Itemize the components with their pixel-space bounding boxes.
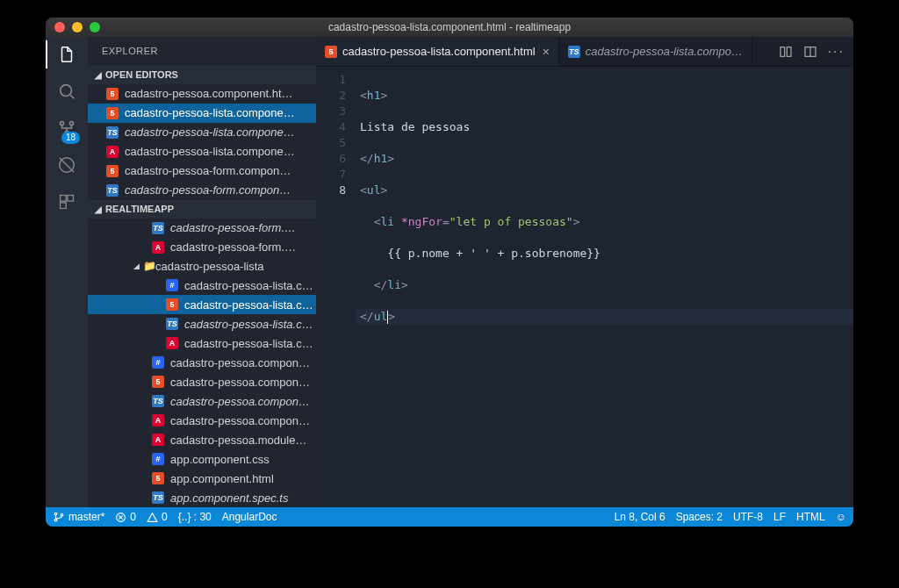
file-label: cadastro-pessoa.compon… xyxy=(170,414,310,427)
minimize-icon[interactable] xyxy=(72,22,83,32)
file-item[interactable]: A cadastro-pessoa-lista.compone… xyxy=(88,142,316,161)
file-label: cadastro-pessoa-lista.c… xyxy=(184,279,313,292)
svg-rect-6 xyxy=(68,196,74,202)
code-content[interactable]: <h1> Lista de pessoas </h1> <ul> <li *ng… xyxy=(356,67,853,507)
maximize-icon[interactable] xyxy=(90,22,100,32)
file-item[interactable]: TS app.component.spec.ts xyxy=(88,488,316,507)
ng-file-icon: A xyxy=(152,241,164,254)
main-area: 18 EXPLORER ◢ OPEN EDITORS 5 cadastro-pe… xyxy=(46,37,853,507)
css-file-icon: # xyxy=(166,279,178,291)
file-item[interactable]: TS cadastro-pessoa-lista.compone… xyxy=(88,123,316,142)
file-item[interactable]: 5 cadastro-pessoa.component.ht… xyxy=(88,84,316,104)
close-icon[interactable] xyxy=(54,22,65,32)
html-file-icon: 5 xyxy=(106,107,119,119)
file-item[interactable]: 5 cadastro-pessoa.compon… xyxy=(88,372,316,391)
git-branch[interactable]: master* xyxy=(53,511,104,523)
window-title: cadastro-pessoa-lista.component.html - r… xyxy=(46,21,853,33)
file-item[interactable]: # app.component.css xyxy=(88,449,316,469)
file-item[interactable]: A cadastro-pessoa-form.… xyxy=(88,238,316,257)
file-item[interactable]: TS cadastro-pessoa-form.… xyxy=(88,219,316,238)
svg-point-11 xyxy=(54,513,57,515)
cursor-position[interactable]: Ln 8, Col 6 xyxy=(615,511,665,523)
css-file-icon: # xyxy=(152,453,164,465)
file-tree-after: # cadastro-pessoa.compon… 5 cadastro-pes… xyxy=(88,353,316,507)
file-tree-before: TS cadastro-pessoa-form.… A cadastro-pes… xyxy=(88,219,316,257)
tab-inactive[interactable]: TS cadastro-pessoa-lista.compo… xyxy=(559,37,752,66)
line-gutter: 1 2 3 4 5 6 7 8 xyxy=(316,67,356,507)
feedback-icon[interactable]: ☺ xyxy=(836,511,846,523)
file-item[interactable]: TS cadastro-pessoa-form.compon… xyxy=(88,181,316,200)
language-mode[interactable]: HTML xyxy=(796,511,825,523)
encoding[interactable]: UTF-8 xyxy=(733,511,763,523)
file-item[interactable]: # cadastro-pessoa.compon… xyxy=(88,353,316,372)
file-label: cadastro-pessoa-lista.compone… xyxy=(125,145,295,158)
ng-file-icon: A xyxy=(166,337,178,349)
tab-actions: ··· xyxy=(770,37,853,66)
compare-icon[interactable] xyxy=(779,45,793,59)
file-item[interactable]: A cadastro-pessoa.compon… xyxy=(88,411,316,430)
close-icon[interactable]: × xyxy=(543,45,550,59)
warnings-count[interactable]: 0 xyxy=(147,511,168,523)
file-item[interactable]: 5 app.component.html xyxy=(88,469,316,488)
split-editor-icon[interactable] xyxy=(803,45,817,59)
scm-badge: 18 xyxy=(61,132,80,144)
file-label: cadastro-pessoa-lista.c… xyxy=(184,318,313,331)
angular-doc[interactable]: AngularDoc xyxy=(222,511,277,523)
ng-file-icon: A xyxy=(152,434,164,446)
file-label: cadastro-pessoa-lista.c… xyxy=(184,298,313,312)
chevron-down-icon: ◢ xyxy=(95,204,102,214)
file-item[interactable]: 5 cadastro-pessoa-form.compon… xyxy=(88,161,316,181)
indentation[interactable]: Spaces: 2 xyxy=(676,511,723,523)
file-label: cadastro-pessoa-form.… xyxy=(170,221,296,234)
prettier-status[interactable]: {..} : 30 xyxy=(178,511,212,523)
file-item[interactable]: TS cadastro-pessoa-lista.c… xyxy=(88,314,316,333)
open-editors-header[interactable]: ◢ OPEN EDITORS xyxy=(88,66,316,84)
file-label: cadastro-pessoa-lista.compone… xyxy=(125,106,295,119)
ts-file-icon: TS xyxy=(152,395,164,407)
project-label: REALTIMEAPP xyxy=(105,204,174,214)
tab-active[interactable]: 5 cadastro-pessoa-lista.component.html × xyxy=(316,37,559,66)
more-icon[interactable]: ··· xyxy=(828,44,845,60)
errors-count[interactable]: 0 xyxy=(115,511,136,523)
file-item[interactable]: 5 cadastro-pessoa-lista.c… xyxy=(88,295,316,314)
file-label: cadastro-pessoa-lista.compone… xyxy=(125,125,295,139)
svg-point-2 xyxy=(69,121,73,125)
file-item[interactable]: A cadastro-pessoa-lista.c… xyxy=(88,333,316,353)
explorer-icon[interactable] xyxy=(56,44,77,65)
status-bar: master* 0 0 {..} : 30 AngularDoc Ln 8, C… xyxy=(46,507,853,527)
file-label: cadastro-pessoa.component.ht… xyxy=(125,87,293,100)
svg-point-12 xyxy=(54,519,57,521)
file-label: app.component.css xyxy=(170,453,270,466)
css-file-icon: # xyxy=(152,356,164,369)
file-item[interactable]: # cadastro-pessoa-lista.c… xyxy=(88,276,316,295)
debug-icon[interactable] xyxy=(56,154,77,176)
file-label: cadastro-pessoa.module… xyxy=(170,434,306,447)
eol[interactable]: LF xyxy=(773,511,786,523)
open-editors-label: OPEN EDITORS xyxy=(105,69,178,80)
file-label: cadastro-pessoa-form.… xyxy=(170,240,296,254)
source-control-icon[interactable]: 18 xyxy=(56,118,77,139)
tab-bar: 5 cadastro-pessoa-lista.component.html ×… xyxy=(316,37,853,67)
file-item[interactable]: TS cadastro-pessoa.compon… xyxy=(88,391,316,411)
file-label: app.component.html xyxy=(170,472,274,485)
folder-label: cadastro-pessoa-lista xyxy=(155,260,264,273)
extensions-icon[interactable] xyxy=(56,191,77,212)
ng-file-icon: A xyxy=(152,414,164,427)
html-file-icon: 5 xyxy=(152,376,164,388)
folder-row[interactable]: ◢ 📁 cadastro-pessoa-lista xyxy=(88,257,316,276)
ts-file-icon: TS xyxy=(106,184,119,197)
svg-rect-9 xyxy=(787,47,791,56)
folder-icon: 📁 xyxy=(143,260,155,272)
search-icon[interactable] xyxy=(56,81,77,102)
file-item[interactable]: 5 cadastro-pessoa-lista.compone… xyxy=(88,104,316,123)
ts-file-icon: TS xyxy=(152,491,164,504)
project-header[interactable]: ◢ REALTIMEAPP xyxy=(88,200,316,219)
file-label: cadastro-pessoa.compon… xyxy=(170,376,310,389)
editor-body[interactable]: 1 2 3 4 5 6 7 8 <h1> Lista de pessoas </… xyxy=(316,67,853,507)
file-label: cadastro-pessoa-form.compon… xyxy=(125,164,291,177)
html-file-icon: 5 xyxy=(325,46,337,58)
ts-file-icon: TS xyxy=(152,222,164,234)
editor-area: 5 cadastro-pessoa-lista.component.html ×… xyxy=(316,37,853,507)
file-label: cadastro-pessoa.compon… xyxy=(170,356,310,369)
file-item[interactable]: A cadastro-pessoa.module… xyxy=(88,430,316,449)
